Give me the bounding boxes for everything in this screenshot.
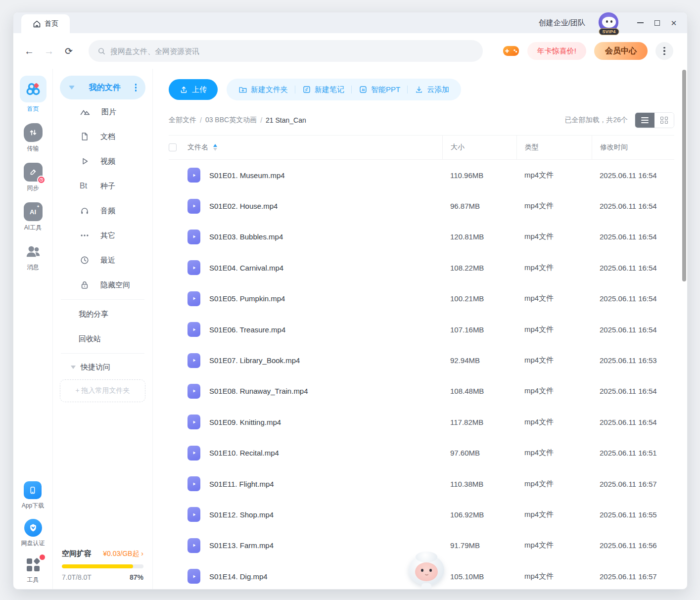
sidebar-item-my-files[interactable]: 我的文件	[60, 76, 145, 99]
file-size: 108.48MB	[442, 387, 516, 395]
file-name[interactable]: S01E14. Dig.mp4	[209, 572, 268, 581]
upload-button[interactable]: 上传	[169, 79, 218, 100]
file-name[interactable]: S01E07. Library_Book.mp4	[209, 356, 300, 365]
table-row[interactable]: S01E03. Bubbles.mp4 120.81MB mp4文件 2025.…	[169, 222, 674, 252]
new-folder-button[interactable]: 新建文件夹	[232, 85, 295, 94]
table-row[interactable]: S01E02. House.mp4 96.87MB mp4文件 2025.06.…	[169, 190, 674, 221]
sidebar-item-recent[interactable]: 最近	[60, 248, 145, 273]
table-row[interactable]: S01E08. Runaway_Train.mp4 108.48MB mp4文件…	[169, 376, 674, 407]
sidebar-item-hidden-space[interactable]: 隐藏空间	[60, 273, 145, 297]
maximize-button[interactable]	[649, 12, 665, 33]
file-type: mp4文件	[516, 263, 592, 273]
forward-button[interactable]: →	[39, 46, 59, 57]
sidebar-item-recycle-bin[interactable]: 回收站	[60, 326, 145, 351]
file-name[interactable]: S01E03. Bubbles.mp4	[209, 232, 283, 241]
storage-upgrade-link[interactable]: ¥0.03/GB起 ›	[103, 550, 143, 558]
new-folder-icon	[238, 85, 247, 94]
close-button[interactable]: ✕	[665, 12, 682, 33]
sidebar-item-torrents[interactable]: Bt 种子	[60, 174, 145, 198]
storage-progress-bar	[62, 564, 143, 568]
file-name[interactable]: S01E04. Carnival.mp4	[209, 264, 283, 272]
file-modified: 2025.06.11 16:57	[592, 572, 674, 581]
search-input[interactable]	[110, 47, 474, 55]
rail-item-verification[interactable]: 网盘认证	[21, 519, 45, 548]
file-name[interactable]: S01E06. Treasure.mp4	[209, 325, 285, 334]
new-note-button[interactable]: 新建笔记	[295, 85, 351, 94]
mp4-file-icon	[187, 291, 200, 306]
more-menu-button[interactable]	[655, 42, 673, 60]
file-name[interactable]: S01E09. Knitting.mp4	[209, 418, 281, 426]
file-modified: 2025.06.11 16:54	[592, 325, 674, 334]
upload-icon	[180, 86, 188, 94]
file-name[interactable]: S01E13. Farm.mp4	[209, 541, 274, 550]
quick-access-header[interactable]: 快捷访问	[60, 356, 145, 378]
file-name[interactable]: S01E08. Runaway_Train.mp4	[209, 387, 308, 395]
grid-view-button[interactable]	[654, 113, 674, 128]
file-name[interactable]: S01E01. Museum.mp4	[209, 171, 285, 180]
column-header-modified[interactable]: 修改时间	[592, 136, 674, 159]
refresh-button[interactable]: ⟳	[59, 46, 79, 57]
minimize-button[interactable]	[632, 12, 649, 33]
drop-folder-zone[interactable]: + 拖入常用文件夹	[60, 379, 145, 402]
file-name[interactable]: S01E11. Flight.mp4	[209, 480, 274, 488]
file-size: 117.82MB	[442, 418, 516, 426]
file-type: mp4文件	[516, 356, 592, 365]
table-row[interactable]: S01E10. Recital.mp4 97.60MB mp4文件 2025.0…	[169, 438, 674, 468]
vip-center-button[interactable]: 会员中心	[594, 42, 648, 60]
file-size: 96.87MB	[442, 202, 516, 210]
ai-tools-icon: AI ✦	[24, 202, 43, 221]
tab-home[interactable]: 首页	[21, 14, 70, 33]
sidebar-item-documents[interactable]: 文档	[60, 124, 145, 149]
file-size: 106.92MB	[442, 510, 516, 519]
column-header-name[interactable]: 文件名	[187, 136, 442, 159]
search-bar[interactable]	[89, 40, 483, 62]
sidebar-item-images[interactable]: 图片	[60, 99, 145, 124]
create-team-link[interactable]: 创建企业/团队	[539, 18, 585, 28]
sidebar-item-audio[interactable]: 音频	[60, 198, 145, 223]
column-header-size[interactable]: 大小	[442, 136, 516, 159]
file-name[interactable]: S01E05. Pumpkin.mp4	[209, 294, 285, 303]
cloud-add-button[interactable]: 云添加	[408, 85, 456, 94]
table-row[interactable]: S01E09. Knitting.mp4 117.82MB mp4文件 2025…	[169, 407, 674, 437]
sidebar-item-others[interactable]: 其它	[60, 223, 145, 248]
table-row[interactable]: S01E06. Treasure.mp4 107.16MB mp4文件 2025…	[169, 314, 674, 345]
list-view-button[interactable]	[635, 113, 654, 128]
rail-item-ai-tools[interactable]: AI ✦ AI工具	[24, 202, 43, 232]
shield-v-icon	[24, 519, 42, 537]
sort-icon[interactable]	[213, 144, 217, 151]
assistant-mascot[interactable]	[409, 552, 444, 590]
my-files-menu-icon[interactable]	[135, 84, 137, 92]
rail-item-transfer[interactable]: 传输	[24, 123, 43, 153]
sidebar-item-videos[interactable]: 视频	[60, 149, 145, 174]
table-row[interactable]: S01E11. Flight.mp4 110.38MB mp4文件 2025.0…	[169, 468, 674, 499]
breadcrumb-item[interactable]: 03 BBC英文动画	[205, 116, 257, 125]
table-row[interactable]: S01E07. Library_Book.mp4 92.94MB mp4文件 2…	[169, 345, 674, 375]
home-icon	[33, 20, 41, 28]
smart-ppt-button[interactable]: Ai 智能PPT	[352, 85, 407, 94]
breadcrumb: 全部文件 / 03 BBC英文动画 / 21 Stan_Can 已全部加载，共2…	[169, 112, 674, 128]
scrollbar-thumb[interactable]	[682, 70, 686, 281]
rail-item-app-download[interactable]: App下载	[22, 481, 44, 510]
avatar-ear	[599, 12, 604, 14]
storage-usage: 7.0T/8.0T	[62, 573, 92, 581]
breadcrumb-item[interactable]: 全部文件	[169, 116, 196, 125]
rail-item-home[interactable]: 首页	[20, 76, 47, 113]
table-row[interactable]: S01E04. Carnival.mp4 108.22MB mp4文件 2025…	[169, 252, 674, 283]
user-avatar[interactable]: SVIP4	[598, 12, 620, 34]
table-row[interactable]: S01E05. Pumpkin.mp4 100.21MB mp4文件 2025.…	[169, 283, 674, 314]
back-button[interactable]: ←	[19, 46, 39, 57]
game-center-icon[interactable]	[503, 45, 519, 57]
select-all-checkbox[interactable]	[169, 143, 177, 151]
table-row[interactable]: S01E01. Museum.mp4 110.96MB mp4文件 2025.0…	[169, 160, 674, 190]
table-row[interactable]: S01E12. Shop.mp4 106.92MB mp4文件 2025.06.…	[169, 499, 674, 530]
grid-view-icon	[660, 117, 668, 124]
rail-item-sync[interactable]: 同步	[24, 163, 43, 192]
file-name[interactable]: S01E10. Recital.mp4	[209, 449, 279, 457]
rail-item-tools[interactable]: 工具	[25, 556, 42, 584]
column-header-type[interactable]: 类型	[516, 136, 592, 159]
file-name[interactable]: S01E02. House.mp4	[209, 202, 278, 210]
file-name[interactable]: S01E12. Shop.mp4	[209, 510, 274, 519]
promo-banner[interactable]: 年卡惊喜价!	[527, 42, 586, 60]
rail-item-messages[interactable]: 消息	[24, 242, 43, 272]
sidebar-item-my-shares[interactable]: 我的分享	[60, 302, 145, 326]
